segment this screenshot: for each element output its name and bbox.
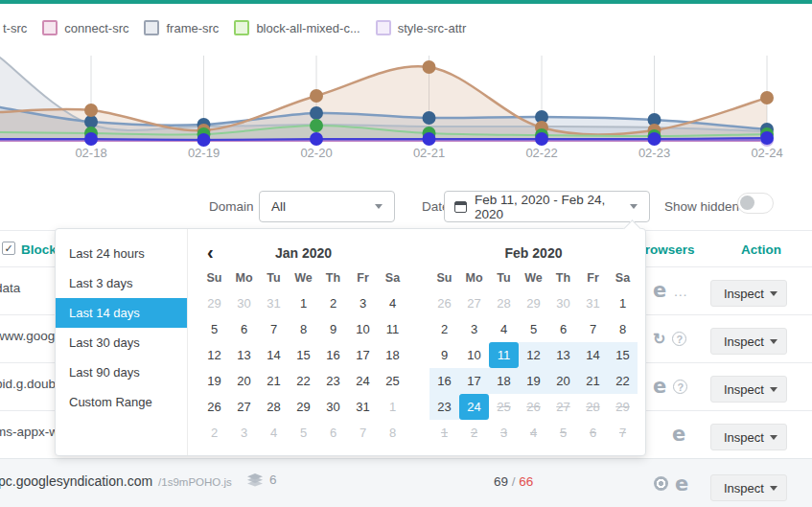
day-cell[interactable]: 21 [578,368,608,394]
day-cell[interactable]: 3 [348,290,378,316]
inspect-button[interactable]: Inspect [710,424,787,450]
chart-dot-indigo[interactable] [197,133,211,147]
legend-item-connect-src[interactable]: connect-src [42,20,128,35]
date-range-input[interactable]: Feb 11, 2020 - Feb 24, 2020 [444,191,650,222]
day-cell[interactable]: 18 [489,368,519,394]
day-cell[interactable]: 31 [259,290,289,316]
day-cell[interactable]: 14 [259,342,289,368]
day-cell[interactable]: 5 [289,420,318,446]
day-cell[interactable]: 25 [378,368,407,394]
day-cell[interactable]: 6 [229,316,259,342]
day-cell[interactable]: 11 [378,316,407,342]
day-cell[interactable]: 8 [289,316,318,342]
day-cell[interactable]: 31 [348,394,378,420]
day-cell[interactable]: 10 [348,316,378,342]
day-cell[interactable]: 28 [489,290,519,316]
range-option-last-30-days[interactable]: Last 30 days [56,328,187,357]
day-cell[interactable]: 19 [199,368,229,394]
chart-dot-tan[interactable] [310,89,323,103]
inspect-button[interactable]: Inspect [710,328,787,355]
chart-dot-indigo[interactable] [310,132,323,146]
day-cell[interactable]: 1 [378,394,407,420]
prev-month-icon[interactable]: ‹ [207,241,214,264]
day-cell[interactable]: 22 [608,368,638,394]
day-cell[interactable]: 24 [459,394,489,420]
chart-dot-green[interactable] [310,119,323,132]
day-cell[interactable]: 31 [578,290,608,316]
day-cell[interactable]: 3 [229,420,259,446]
day-cell[interactable]: 20 [229,368,259,394]
day-cell[interactable]: 20 [548,368,578,394]
day-cell[interactable]: 13 [229,342,259,368]
chart-dot-indigo[interactable] [84,132,98,146]
day-cell[interactable]: 26 [199,394,229,420]
day-cell[interactable]: 30 [548,290,578,316]
day-cell[interactable]: 30 [318,394,348,420]
day-cell[interactable]: 6 [548,316,578,342]
inspect-button[interactable]: Inspect [710,280,787,307]
day-cell[interactable]: 1 [608,290,638,316]
legend-item-style-src-attr[interactable]: style-src-attr [376,20,467,35]
day-cell[interactable]: 10 [459,342,489,368]
chart-dot-steel-blue[interactable] [423,111,436,125]
day-cell[interactable]: 24 [348,368,378,394]
day-cell[interactable]: 2 [318,290,348,316]
day-cell[interactable]: 4 [259,420,289,446]
range-option-last-3-days[interactable]: Last 3 days [56,268,187,298]
day-cell[interactable]: 2 [429,316,459,342]
day-cell[interactable]: 23 [429,394,459,420]
day-cell[interactable]: 30 [229,290,259,316]
chart-dot-tan[interactable] [84,104,98,117]
day-cell[interactable]: 11 [489,342,519,368]
day-cell[interactable]: 1 [289,290,318,316]
chart-dot-tan[interactable] [423,60,436,74]
day-cell[interactable]: 19 [519,368,548,394]
day-cell[interactable]: 12 [519,342,548,368]
day-cell[interactable]: 7 [348,420,378,446]
legend-item-frame-src[interactable]: frame-src [144,20,219,35]
day-cell[interactable]: 29 [199,290,229,316]
day-cell[interactable]: 7 [259,316,289,342]
day-cell[interactable]: 29 [519,290,548,316]
day-cell[interactable]: 23 [318,368,348,394]
day-cell[interactable]: 4 [378,290,407,316]
day-cell[interactable]: 15 [608,342,638,368]
range-option-last-24-hours[interactable]: Last 24 hours [56,239,187,268]
legend-item-block-all-mixed-c[interactable]: block-all-mixed-c... [234,20,360,35]
day-cell[interactable]: 16 [318,342,348,368]
day-cell[interactable]: 12 [199,342,229,368]
chart-dot-indigo[interactable] [423,132,436,146]
day-cell[interactable]: 14 [578,342,608,368]
show-hidden-toggle[interactable] [737,193,774,214]
range-option-last-90-days[interactable]: Last 90 days [56,357,187,387]
day-cell[interactable]: 22 [289,368,318,394]
day-cell[interactable]: 9 [318,316,348,342]
chart-dot-indigo[interactable] [535,132,548,146]
day-cell[interactable]: 27 [459,290,489,316]
day-cell[interactable]: 5 [519,316,548,342]
day-cell[interactable]: 26 [429,290,459,316]
day-cell[interactable]: 15 [289,342,318,368]
inspect-button[interactable]: Inspect [710,376,787,403]
day-cell[interactable]: 4 [489,316,519,342]
day-cell[interactable]: 6 [318,420,348,446]
chart-dot-steel-blue[interactable] [84,115,98,128]
chart-dot-steel-blue[interactable] [310,106,323,120]
inspect-button[interactable]: Inspect [710,474,787,501]
day-cell[interactable]: 28 [259,394,289,420]
chart-dot-indigo[interactable] [648,132,661,146]
day-cell[interactable]: 9 [429,342,459,368]
day-cell[interactable]: 27 [229,394,259,420]
chart-dot-indigo[interactable] [760,131,774,145]
day-cell[interactable]: 7 [578,316,608,342]
chart-dot-tan[interactable] [760,91,774,104]
day-cell[interactable]: 8 [608,316,638,342]
range-option-last-14-days[interactable]: Last 14 days [56,298,187,328]
day-cell[interactable]: 13 [548,342,578,368]
domain-select[interactable]: All [259,191,395,222]
day-cell[interactable]: 29 [289,394,318,420]
day-cell[interactable]: 5 [199,316,229,342]
day-cell[interactable]: 3 [459,316,489,342]
select-all-checkbox[interactable]: ✓ [2,242,15,255]
day-cell[interactable]: 17 [459,368,489,394]
